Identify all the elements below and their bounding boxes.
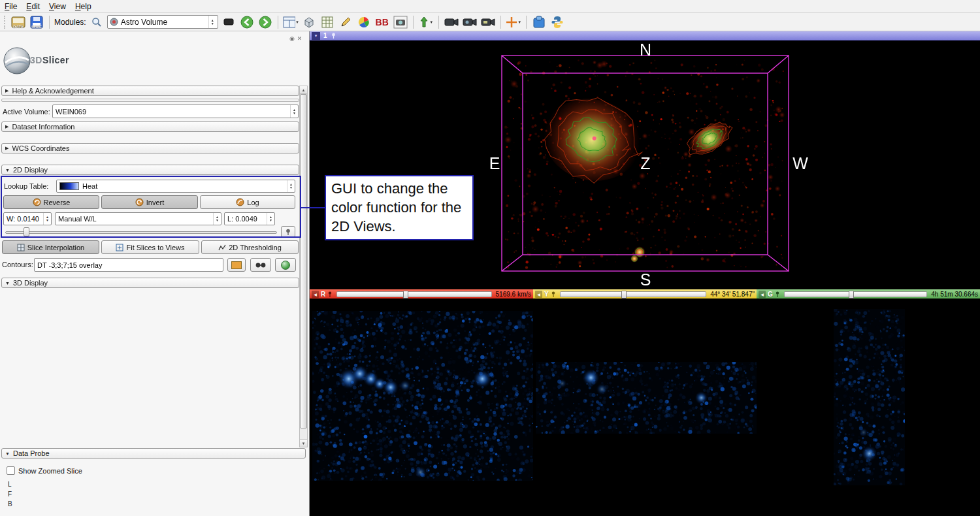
wl-slider-track[interactable] <box>5 231 277 234</box>
save-data-icon[interactable]: SAVE <box>29 14 44 30</box>
scrollbar-thumb[interactable] <box>300 94 307 428</box>
contours-input[interactable] <box>34 258 223 272</box>
wl-mode-combobox[interactable]: Manual W/L ▲▼ <box>55 212 221 225</box>
section-wcs-coordinates[interactable]: ▶ WCS Coordinates <box>1 143 299 153</box>
slice-prev-icon[interactable]: ◀ <box>759 291 766 298</box>
view-3d-canvas-area[interactable]: N E Z W S <box>310 40 980 288</box>
view-3d-titlebar[interactable]: ▾ 1 <box>310 31 980 40</box>
contour-color-button[interactable] <box>227 258 246 272</box>
crosshair-icon[interactable]: ▾ <box>506 14 521 30</box>
pin-button[interactable] <box>281 226 295 238</box>
section-help-acknowledgement[interactable]: ▶ Help & Acknowledgement <box>1 86 299 96</box>
slice-pin-icon[interactable] <box>775 291 780 297</box>
modules-label: Modules: <box>54 18 86 27</box>
module-selector-combobox[interactable]: Astro Volume ▲▼ <box>107 15 218 29</box>
slice-red-slider-handle[interactable] <box>403 291 408 298</box>
lookup-table-spin[interactable]: ▲▼ <box>287 180 295 192</box>
screenshot-icon[interactable] <box>393 14 408 30</box>
slice-green-label: G <box>768 291 773 298</box>
layout-selector-icon[interactable]: ▾ <box>283 14 299 30</box>
panel-scrollbar[interactable]: ▲ ▼ <box>299 86 308 447</box>
log-button[interactable]: Log <box>200 195 295 209</box>
reverse-button[interactable]: Reverse <box>3 195 99 209</box>
scroll-up-icon[interactable]: ▲ <box>300 86 307 94</box>
view-menu-icon[interactable]: ▾ <box>312 32 320 40</box>
slice-view-yellow[interactable]: ◀ Y 44° 34' 51.847" <box>533 288 757 516</box>
heat-lut-swatch-icon <box>59 182 79 190</box>
section-data-probe[interactable]: ▼ Data Probe <box>1 448 306 459</box>
thresholding-2d-button[interactable]: 2D Thresholding <box>201 240 299 254</box>
active-volume-spin[interactable]: ▲▼ <box>290 105 298 118</box>
menu-view[interactable]: View <box>44 1 71 12</box>
module-search-icon[interactable] <box>89 14 105 30</box>
markups-pencil-icon[interactable] <box>338 14 353 30</box>
module-history-icon[interactable] <box>221 14 237 30</box>
slice-pin-icon[interactable] <box>551 291 556 297</box>
slice-pin-icon[interactable] <box>327 291 333 297</box>
menu-help[interactable]: Help <box>71 1 96 12</box>
slice-red-canvas[interactable] <box>312 311 533 481</box>
menu-file[interactable]: File <box>0 1 22 12</box>
wl-slider-handle[interactable] <box>24 227 29 236</box>
level-spin[interactable]: ▲▼ <box>267 213 274 225</box>
slice-view-red[interactable]: ◀ R 5169.6 km/s <box>310 288 533 516</box>
slice-red-slider-track[interactable] <box>336 291 491 297</box>
show-zoomed-slice-checkbox[interactable] <box>7 466 15 475</box>
reverse-icon <box>33 198 41 206</box>
panel-float-icon[interactable]: ◉ <box>289 35 295 42</box>
menu-edit[interactable]: Edit <box>22 1 44 12</box>
window-spin[interactable]: ▲▼ <box>43 213 51 225</box>
window-spinbox[interactable]: W: 0.0140 ▲▼ <box>3 212 52 225</box>
slice-prev-icon[interactable]: ◀ <box>535 291 542 298</box>
volume-rendering-cube-icon[interactable] <box>301 14 317 30</box>
wl-mode-spin[interactable]: ▲▼ <box>213 213 221 225</box>
level-value: 0.0049 <box>235 215 257 223</box>
level-label: L: <box>227 215 233 223</box>
slice-red-header[interactable]: ◀ R 5169.6 km/s <box>310 289 533 298</box>
astro-volume-module-icon <box>110 18 118 26</box>
view-3d[interactable]: ▾ 1 N E Z <box>310 31 980 288</box>
compass-north-label: N <box>640 40 651 59</box>
section-3d-display[interactable]: ▼ 3D Display <box>1 278 299 288</box>
annotation-connector-line <box>301 207 325 208</box>
fit-slices-button[interactable]: Fit Slices to Views <box>101 240 199 254</box>
scroll-down-icon[interactable]: ▼ <box>300 439 307 447</box>
toolbar-drag-handle[interactable] <box>4 16 7 29</box>
section-dataset-information[interactable]: ▶ Dataset Information <box>1 121 299 132</box>
contour-visibility-button[interactable] <box>250 258 271 272</box>
slice-green-header[interactable]: ◀ G 4h 51m 30.664s <box>757 289 980 298</box>
view-pin-icon[interactable] <box>331 33 336 39</box>
slice-yellow-slider-track[interactable] <box>560 291 706 297</box>
bb-magnitude-icon[interactable]: BB <box>374 14 390 30</box>
tables-icon[interactable] <box>319 14 335 30</box>
extensions-manager-icon[interactable] <box>531 14 547 30</box>
slice-prev-icon[interactable]: ◀ <box>312 291 319 298</box>
panel-close-icon[interactable]: ✕ <box>297 35 302 42</box>
python-console-icon[interactable] <box>549 14 565 30</box>
video-capture-3d-icon[interactable] <box>480 14 496 30</box>
active-volume-combobox[interactable]: WEIN069 ▲▼ <box>52 105 299 118</box>
section-2d-display[interactable]: ▼ 2D Display <box>1 165 299 175</box>
slice-interpolation-button[interactable]: Slice Interpolation <box>2 240 99 254</box>
module-selector-spin[interactable]: ▲▼ <box>208 16 216 28</box>
annotation-callout: GUI to change the color function for the… <box>325 175 474 240</box>
slice-view-green[interactable]: ◀ G 4h 51m 30.664s <box>757 288 980 516</box>
history-forward-icon[interactable] <box>257 14 273 30</box>
invert-button[interactable]: Invert <box>101 195 198 209</box>
slice-yellow-canvas[interactable] <box>536 362 757 434</box>
contour-3d-button[interactable] <box>275 258 296 272</box>
history-back-icon[interactable] <box>239 14 255 30</box>
colors-pinwheel-icon[interactable] <box>356 14 372 30</box>
slice-green-canvas[interactable] <box>834 309 905 485</box>
video-capture-slice-icon[interactable] <box>462 14 478 30</box>
slice-green-slider-handle[interactable] <box>849 291 854 298</box>
help-collapsed-frame <box>1 99 299 102</box>
video-capture-icon[interactable] <box>444 14 459 30</box>
transforms-arrow-icon[interactable]: ▾ <box>418 14 434 30</box>
slice-yellow-slider-handle[interactable] <box>621 291 627 298</box>
lookup-table-combobox[interactable]: Heat ▲▼ <box>56 180 295 193</box>
load-data-icon[interactable]: DATA <box>10 14 26 30</box>
level-spinbox[interactable]: L: 0.0049 ▲▼ <box>224 212 275 225</box>
slice-yellow-header[interactable]: ◀ Y 44° 34' 51.847" <box>533 289 757 298</box>
slice-green-slider-track[interactable] <box>784 291 928 297</box>
